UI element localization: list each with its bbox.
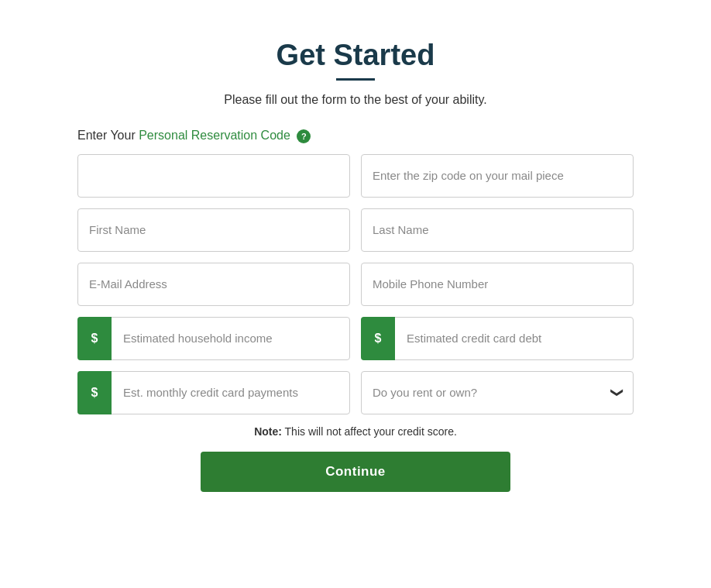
dollar-icon-payments: $: [77, 371, 112, 414]
household-income-group: $: [77, 317, 350, 360]
rent-or-own-group: Do you rent or own? Rent Own ❯: [361, 371, 634, 414]
continue-button[interactable]: Continue: [201, 452, 510, 492]
note-content: This will not affect your credit score.: [285, 425, 457, 438]
dollar-icon-debt: $: [361, 317, 395, 360]
dollar-icon-income: $: [77, 317, 112, 360]
phone-input[interactable]: [361, 263, 634, 306]
form-grid: $ $ $ Do you rent or own? Rent Own ❯: [77, 154, 634, 414]
reservation-code-group: [77, 154, 350, 198]
reservation-link[interactable]: Personal Reservation Code: [139, 129, 290, 142]
zip-code-group: [361, 154, 634, 198]
phone-group: [361, 263, 634, 306]
email-group: [77, 263, 350, 306]
zip-code-input[interactable]: [361, 154, 634, 198]
email-input[interactable]: [77, 263, 350, 306]
page-container: Get Started Please fill out the form to …: [15, 15, 696, 523]
credit-card-debt-group: $: [361, 317, 634, 360]
page-title: Get Started: [77, 39, 634, 72]
help-icon[interactable]: ?: [297, 129, 311, 143]
subtitle: Please fill out the form to the best of …: [77, 93, 634, 107]
last-name-input[interactable]: [361, 208, 634, 252]
last-name-group: [361, 208, 634, 252]
reservation-code-input[interactable]: [77, 154, 350, 198]
rent-or-own-select[interactable]: Do you rent or own? Rent Own: [361, 371, 634, 414]
note-bold: Note:: [254, 425, 282, 438]
credit-card-debt-input[interactable]: [361, 317, 634, 360]
reservation-label: Enter Your Personal Reservation Code ?: [77, 129, 634, 143]
monthly-payments-input[interactable]: [77, 371, 350, 414]
monthly-payments-group: $: [77, 371, 350, 414]
note-text: Note: This will not affect your credit s…: [77, 425, 634, 438]
reservation-prefix: Enter Your: [77, 129, 136, 142]
first-name-input[interactable]: [77, 208, 350, 252]
title-divider: [336, 78, 375, 81]
first-name-group: [77, 208, 350, 252]
household-income-input[interactable]: [77, 317, 350, 360]
